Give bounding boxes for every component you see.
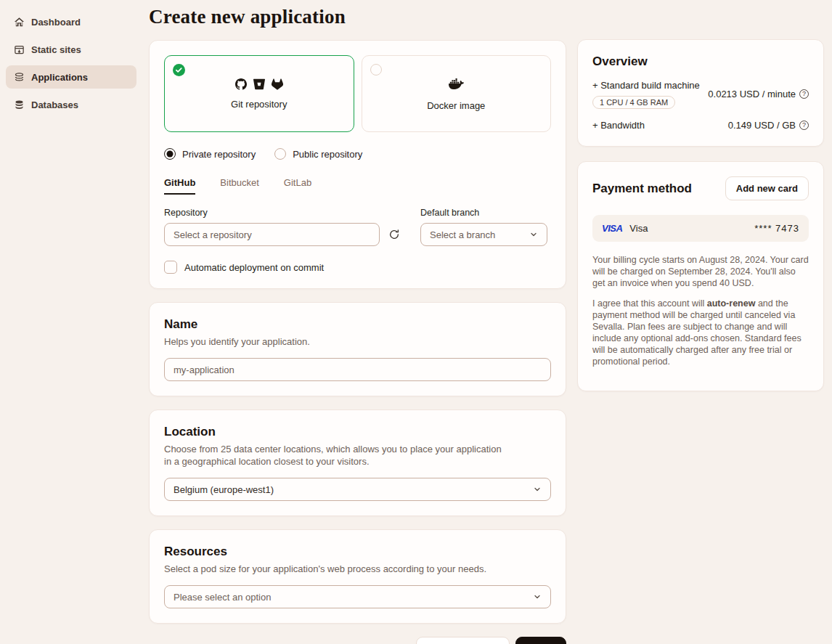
location-select[interactable]: Belgium (europe-west1) <box>164 478 551 501</box>
location-section-title: Location <box>164 425 551 439</box>
sidebar: Dashboard Static sites Applications Data… <box>0 0 142 644</box>
bandwidth-label: + Bandwidth <box>592 119 645 131</box>
auto-renew-bold: auto-renew <box>707 298 756 309</box>
radio-selected-icon <box>164 148 176 160</box>
main-content: Create new application Git repository <box>149 0 566 644</box>
name-card: Name Helps you identify your application… <box>149 302 566 396</box>
saved-card-row[interactable]: VISA Visa **** 7473 <box>592 215 809 242</box>
help-icon[interactable]: ? <box>799 121 809 130</box>
resources-card: Resources Select a pod size for your app… <box>149 529 566 624</box>
resources-select[interactable]: Please select an option <box>164 585 551 608</box>
overview-card: Overview + Standard build machine 1 CPU … <box>577 39 824 147</box>
sidebar-item-dashboard[interactable]: Dashboard <box>6 10 136 33</box>
card-brand: Visa <box>629 223 648 234</box>
overview-title: Overview <box>592 54 809 69</box>
source-option-row: Git repository Docker image <box>164 55 551 132</box>
sidebar-item-label: Static sites <box>31 44 81 55</box>
github-icon <box>235 78 247 90</box>
name-input[interactable] <box>164 358 551 381</box>
sidebar-item-databases[interactable]: Databases <box>6 93 136 116</box>
sidebar-item-label: Dashboard <box>31 17 81 28</box>
add-new-card-button[interactable]: Add new card <box>725 176 809 200</box>
git-repository-option[interactable]: Git repository <box>164 55 354 132</box>
build-machine-label: + Standard build machine <box>592 79 700 91</box>
sidebar-item-static-sites[interactable]: Static sites <box>6 38 136 61</box>
overview-row-build-machine: + Standard build machine 1 CPU / 4 GB RA… <box>592 79 809 109</box>
tab-github[interactable]: GitHub <box>164 177 195 195</box>
sidebar-item-applications[interactable]: Applications <box>6 65 136 89</box>
repository-select[interactable] <box>164 223 380 246</box>
docker-icon <box>449 76 464 91</box>
browser-icon <box>13 44 25 55</box>
visibility-radio-group: Private repository Public repository <box>164 148 551 160</box>
create-deploy-button[interactable]: Create & deploy <box>416 637 510 644</box>
refresh-button[interactable] <box>380 223 409 246</box>
form-actions: Create & deploy Create <box>149 637 566 644</box>
unselected-circle-icon <box>370 64 382 76</box>
bitbucket-icon <box>253 78 265 90</box>
docker-image-label: Docker image <box>427 100 485 111</box>
location-card: Location Choose from 25 data center loca… <box>149 409 566 516</box>
gitlab-icon <box>272 78 283 90</box>
refresh-icon <box>388 229 400 240</box>
overview-row-bandwidth: + Bandwidth 0.149 USD / GB ? <box>592 119 809 131</box>
visa-logo-icon: VISA <box>602 223 622 234</box>
summary-column: Overview + Standard build machine 1 CPU … <box>577 39 824 404</box>
build-machine-price: 0.0213 USD / minute <box>708 89 796 99</box>
create-button[interactable]: Create <box>515 637 566 644</box>
auto-deploy-label: Automatic deployment on commit <box>184 262 324 273</box>
page-title: Create new application <box>149 6 566 28</box>
help-icon[interactable]: ? <box>799 89 809 99</box>
public-repository-radio[interactable]: Public repository <box>274 148 362 160</box>
chevron-down-icon <box>529 230 538 239</box>
git-repository-label: Git repository <box>231 99 287 110</box>
build-machine-badge: 1 CPU / 4 GB RAM <box>592 96 675 109</box>
sidebar-item-label: Applications <box>31 72 88 83</box>
docker-image-option[interactable]: Docker image <box>362 55 552 132</box>
bandwidth-price: 0.149 USD / GB <box>728 120 796 131</box>
chevron-down-icon <box>533 592 542 601</box>
chevron-down-icon <box>533 485 542 494</box>
branch-select[interactable]: Select a branch <box>420 223 547 246</box>
public-repository-label: Public repository <box>293 149 362 160</box>
location-section-description: Choose from 25 data center locations, wh… <box>164 443 505 468</box>
tab-gitlab[interactable]: GitLab <box>284 177 311 195</box>
name-section-description: Helps you identify your application. <box>164 335 551 348</box>
tab-bitbucket[interactable]: Bitbucket <box>220 177 258 195</box>
private-repository-label: Private repository <box>182 149 256 160</box>
sidebar-item-label: Databases <box>31 99 78 110</box>
source-card: Git repository Docker image Private repo… <box>149 40 566 289</box>
billing-cycle-note: Your billing cycle starts on August 28, … <box>592 254 809 289</box>
radio-unselected-icon <box>274 148 286 160</box>
auto-renew-note: I agree that this account will auto-rene… <box>592 298 809 367</box>
resources-section-title: Resources <box>164 545 551 559</box>
payment-title: Payment method <box>592 182 692 196</box>
home-icon <box>13 16 25 28</box>
payment-card: Payment method Add new card VISA Visa **… <box>577 161 824 391</box>
check-circle-icon <box>173 64 185 76</box>
database-icon <box>13 99 25 110</box>
resources-section-description: Select a pod size for your application's… <box>164 563 551 575</box>
private-repository-radio[interactable]: Private repository <box>164 148 256 160</box>
repository-form-row: Repository Default branch Select a branc… <box>164 208 551 246</box>
stack-icon <box>13 71 25 83</box>
auto-deploy-checkbox[interactable]: Automatic deployment on commit <box>164 261 551 274</box>
default-branch-label: Default branch <box>420 208 547 218</box>
repository-label: Repository <box>164 208 380 218</box>
checkbox-icon <box>164 261 177 274</box>
name-section-title: Name <box>164 317 551 332</box>
git-provider-tabs: GitHub Bitbucket GitLab <box>164 177 551 195</box>
card-last4: **** 7473 <box>754 223 799 234</box>
